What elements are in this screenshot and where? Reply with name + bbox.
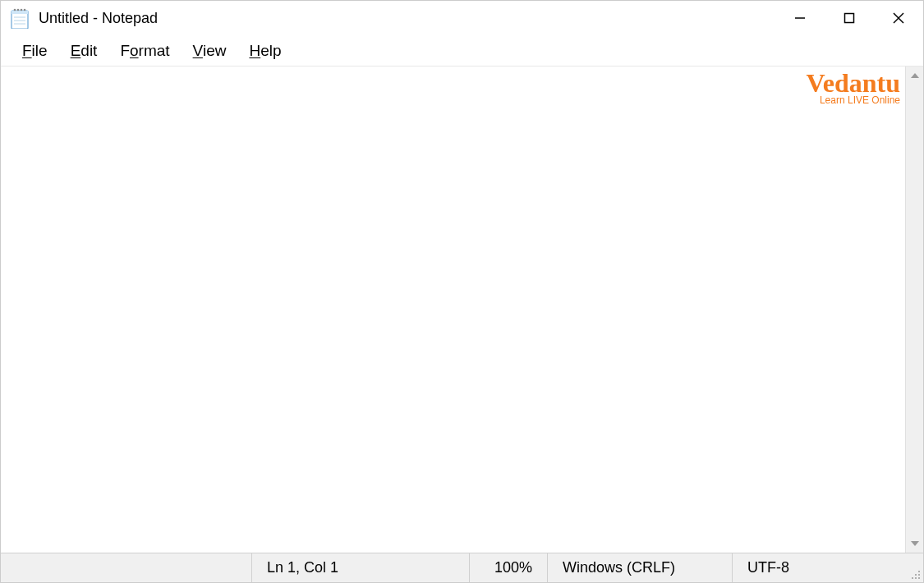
svg-point-2: [14, 9, 16, 11]
svg-rect-10: [845, 14, 854, 23]
menubar: File Edit Format View Help: [1, 35, 923, 67]
notepad-app-icon: [9, 7, 30, 29]
menu-file[interactable]: File: [11, 39, 59, 62]
svg-rect-1: [11, 11, 28, 14]
menu-format[interactable]: Format: [108, 39, 181, 62]
menu-view[interactable]: View: [182, 39, 238, 62]
editor-container: [1, 67, 923, 553]
scroll-up-icon[interactable]: [906, 67, 924, 85]
text-editor[interactable]: [1, 67, 905, 553]
titlebar-left: Untitled - Notepad: [9, 7, 158, 29]
status-line-ending: Windows (CRLF): [548, 553, 733, 582]
svg-point-5: [24, 9, 26, 11]
svg-point-3: [17, 9, 20, 11]
window-controls: [775, 1, 923, 35]
window-title: Untitled - Notepad: [39, 10, 158, 27]
minimize-button[interactable]: [775, 1, 825, 35]
status-cursor-position: Ln 1, Col 1: [252, 553, 470, 582]
menu-help[interactable]: Help: [237, 39, 292, 62]
svg-point-14: [915, 574, 917, 576]
svg-point-17: [915, 577, 917, 579]
resize-grip-icon[interactable]: [905, 553, 923, 582]
status-encoding: UTF-8: [733, 553, 905, 582]
statusbar: Ln 1, Col 1 100% Windows (CRLF) UTF-8: [1, 553, 923, 582]
status-spacer: [1, 553, 252, 582]
svg-point-18: [918, 577, 920, 579]
status-zoom: 100%: [470, 553, 548, 582]
close-button[interactable]: [874, 1, 923, 35]
menu-edit[interactable]: Edit: [59, 39, 109, 62]
vertical-scrollbar[interactable]: [905, 67, 923, 553]
svg-point-16: [912, 577, 913, 579]
titlebar: Untitled - Notepad: [1, 1, 923, 35]
maximize-button[interactable]: [825, 1, 874, 35]
svg-point-15: [918, 574, 920, 576]
scroll-down-icon[interactable]: [906, 535, 924, 553]
svg-point-13: [918, 571, 920, 572]
svg-point-4: [21, 9, 23, 11]
